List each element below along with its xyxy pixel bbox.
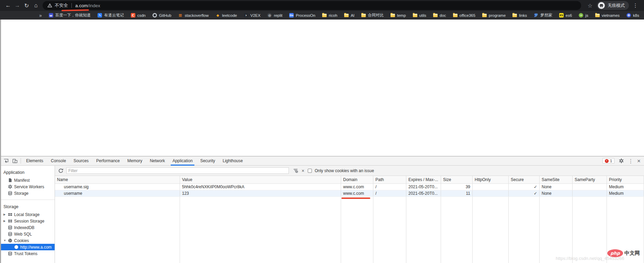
- nav-icon[interactable]: ←: [3, 1, 13, 10]
- bookmark-star-icon[interactable]: ☆: [586, 2, 594, 9]
- browser-menu-icon[interactable]: ⋮: [632, 2, 639, 9]
- bookmark-favicon: [98, 13, 102, 17]
- bookmark-favicon: [512, 14, 517, 17]
- left-scrollbar-strip[interactable]: [0, 20, 1, 263]
- filter-input[interactable]: [66, 167, 289, 174]
- bookmark-item[interactable]: vietnames: [592, 11, 623, 20]
- address-bar[interactable]: 不安全 a.com /index: [43, 1, 581, 10]
- devtools-tab[interactable]: Application: [169, 156, 196, 166]
- sidebar-item-icon: [8, 232, 12, 236]
- sidebar-item[interactable]: Service Workers: [0, 183, 55, 190]
- sidebar-item-label: Local Storage: [14, 212, 39, 217]
- column-header[interactable]: HttpOnly: [473, 176, 509, 183]
- bookmark-item[interactable]: utils: [409, 11, 430, 20]
- bookmark-item[interactable]: js: [575, 11, 591, 20]
- bookmark-item[interactable]: AI: [341, 11, 358, 20]
- devtools-tab[interactable]: Network: [146, 156, 169, 166]
- column-header[interactable]: Name: [55, 176, 180, 183]
- column-header[interactable]: Value: [180, 176, 341, 183]
- expand-arrow-icon[interactable]: ▶: [3, 213, 8, 216]
- devtools-tab[interactable]: Sources: [70, 156, 92, 166]
- cookie-row[interactable]: username.sig 5hhk0c4reNXKiIP0M0ooWPcr8kA…: [55, 184, 644, 190]
- cookie-size: 11: [441, 190, 473, 196]
- inspect-element-icon[interactable]: [1, 157, 10, 165]
- column-header[interactable]: SameParty: [573, 176, 607, 183]
- sidebar-item[interactable]: Manifest: [0, 177, 55, 183]
- devtools-tab[interactable]: Lighthouse: [219, 156, 247, 166]
- column-header[interactable]: SameSite: [540, 176, 573, 183]
- devtools-tab[interactable]: Elements: [22, 156, 47, 166]
- bookmark-favicon: [215, 13, 220, 17]
- bookmark-item[interactable]: leetcode: [212, 11, 240, 20]
- settings-gear-icon[interactable]: [618, 157, 624, 165]
- bookmark-item[interactable]: 合同对比: [358, 11, 387, 20]
- cookie-value: 123: [180, 190, 341, 196]
- nav-icon[interactable]: ⌂: [31, 1, 41, 10]
- bookmark-item[interactable]: 百度一下，你就知道: [45, 11, 94, 20]
- column-header[interactable]: Path: [373, 176, 406, 183]
- bookmark-item[interactable]: ProcessOn: [286, 11, 319, 20]
- sidebar-item[interactable]: Web SQL: [0, 231, 55, 237]
- device-toolbar-icon[interactable]: [10, 157, 19, 165]
- cookie-row[interactable]: username 123 www.c.com / 2021-05-20T0...…: [55, 190, 644, 197]
- bookmark-item[interactable]: office365: [450, 11, 479, 20]
- only-issues-checkbox[interactable]: [308, 169, 312, 173]
- cookie-httponly: [473, 190, 509, 196]
- refresh-icon[interactable]: [58, 168, 64, 174]
- sidebar-item-icon: [14, 245, 19, 249]
- bookmark-label: office365: [460, 13, 475, 17]
- bookmark-item[interactable]: doc: [430, 11, 450, 20]
- column-header[interactable]: Secure: [509, 176, 540, 183]
- url-path: /index: [88, 3, 100, 8]
- bookmark-item[interactable]: V2EX: [240, 11, 264, 20]
- devtools-tab[interactable]: Memory: [124, 156, 146, 166]
- delete-cookies-icon[interactable]: ×: [302, 168, 304, 173]
- url-host: a.com: [75, 3, 88, 8]
- nav-icon[interactable]: ↻: [22, 1, 31, 10]
- bookmark-label: 梦想家: [540, 13, 552, 18]
- bookmark-item[interactable]: k8s: [623, 11, 643, 20]
- bookmark-item[interactable]: stackoverflow: [175, 11, 212, 20]
- column-header[interactable]: Priority: [607, 176, 644, 183]
- bookmark-item[interactable]: 有道云笔记: [94, 11, 127, 20]
- cookie-domain: www.c.com: [341, 190, 373, 196]
- column-header[interactable]: Size: [441, 176, 473, 183]
- bookmark-label: GitHub: [159, 13, 171, 17]
- bookmark-label: leetcode: [222, 13, 237, 17]
- bookmark-item[interactable]: programe: [479, 11, 509, 20]
- devtools-tab[interactable]: Performance: [92, 156, 124, 166]
- clear-filter-icon[interactable]: [293, 168, 298, 173]
- devtools-tab[interactable]: Security: [196, 156, 219, 166]
- devtools-tab[interactable]: Console: [47, 156, 70, 166]
- error-count: 1: [610, 159, 612, 163]
- cookie-size: 39: [441, 184, 473, 190]
- tab-label: Performance: [96, 158, 120, 163]
- column-header[interactable]: Domain: [341, 176, 373, 183]
- bookmark-item[interactable]: 梦想家: [530, 11, 556, 20]
- devtools-menu-icon[interactable]: ⋮: [628, 158, 633, 164]
- column-header[interactable]: Expires / Max-...: [406, 176, 441, 183]
- sidebar-item[interactable]: ▶ Session Storage: [0, 218, 55, 224]
- sidebar-item[interactable]: ▼ Cookies: [0, 237, 55, 244]
- expand-arrow-icon[interactable]: ▶: [3, 219, 8, 223]
- sidebar-item[interactable]: ▶ Local Storage: [0, 211, 55, 218]
- bookmark-item[interactable]: es6: [556, 11, 576, 20]
- devtools-close-icon[interactable]: ×: [637, 158, 641, 164]
- expand-arrow-icon[interactable]: ▼: [3, 239, 8, 242]
- bookmark-item[interactable]: ricoh: [319, 11, 341, 20]
- sidebar-item[interactable]: http://www.a.com: [0, 244, 55, 250]
- bookmark-item[interactable]: GitHub: [149, 11, 175, 20]
- bookmark-item[interactable]: csdn: [127, 11, 149, 20]
- sidebar-item[interactable]: IndexedDB: [0, 224, 55, 231]
- nav-glyph: ←: [5, 2, 11, 9]
- bookmark-item[interactable]: temp: [387, 11, 409, 20]
- bookmarks-overflow-icon[interactable]: »: [36, 13, 45, 18]
- bookmark-item[interactable]: replit: [264, 11, 286, 20]
- bookmark-label: ProcessOn: [296, 13, 315, 17]
- cookie-value: 5hhk0c4reNXKiIP0M0ooWPcr8kA: [180, 184, 341, 190]
- bookmark-item[interactable]: links: [509, 11, 530, 20]
- sidebar-item[interactable]: Trust Tokens: [0, 250, 55, 257]
- error-badge[interactable]: 1: [602, 158, 614, 164]
- nav-icon[interactable]: →: [13, 1, 22, 10]
- sidebar-item[interactable]: Storage: [0, 190, 55, 196]
